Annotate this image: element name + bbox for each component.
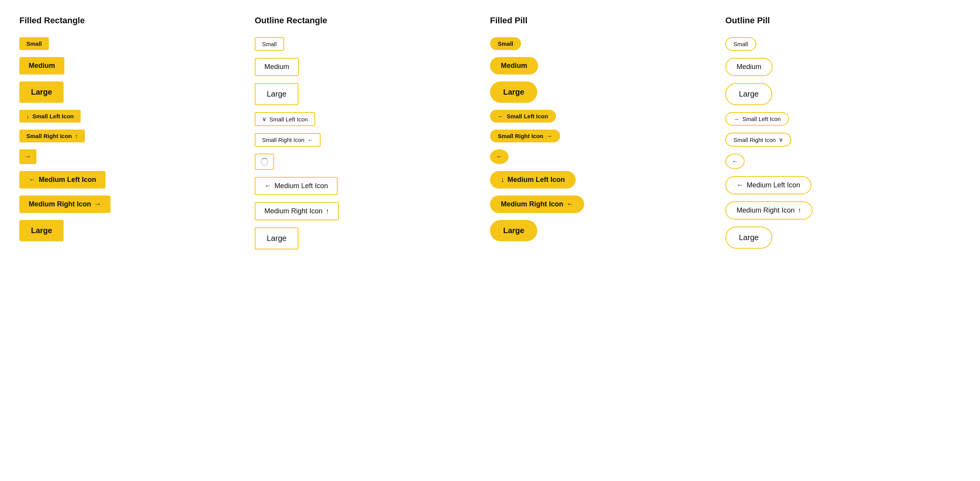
outline-pill-small-right-icon-button[interactable]: Small Right Icon ∨ xyxy=(725,133,791,147)
outline-pill-small-button[interactable]: Small xyxy=(725,37,756,51)
filled-rect-medium-left-icon-label: Medium Left Icon xyxy=(39,176,96,184)
outline-rect-medium-button[interactable]: Medium xyxy=(255,58,299,76)
filled-pill-large-bottom-row: Large xyxy=(490,220,718,241)
outline-rect-small-left-icon-label: Small Left Icon xyxy=(269,116,308,123)
outline-rect-small-right-icon-button[interactable]: Small Right Icon ← xyxy=(255,133,321,147)
filled-rect-small-right-icon-row: Small Right Icon ↑ xyxy=(19,130,247,142)
filled-pill-large-button[interactable]: Large xyxy=(490,81,537,103)
left-arrow-icon-outline-pill: ← xyxy=(732,158,738,165)
filled-rect-small-right-icon-button[interactable]: Small Right Icon ↑ xyxy=(19,130,85,142)
outline-pill-large-bottom-row: Large xyxy=(725,227,953,249)
outline-rect-small-button[interactable]: Small xyxy=(255,37,284,51)
outline-rect-small-row: Small xyxy=(255,37,482,51)
filled-rect-large-label: Large xyxy=(31,88,52,97)
filled-pill-small-right-icon-row: Small Right Icon → xyxy=(490,130,718,142)
filled-pill-small-left-icon-row: ← Small Left Icon xyxy=(490,110,718,123)
outline-pill-icon-only-row: ← xyxy=(725,154,953,169)
outline-rect-large-button[interactable]: Large xyxy=(255,83,298,105)
filled-rect-small-label: Small xyxy=(26,40,42,47)
filled-pill-small-label: Small xyxy=(498,40,513,47)
outline-rectangle-column: Outline Rectangle Small Medium Large ∨ S… xyxy=(255,16,490,256)
filled-rectangle-column: Filled Rectangle Small Medium Large ↓ Sm… xyxy=(19,16,255,256)
left-arrow-icon-outline: ← xyxy=(307,137,313,143)
filled-rectangle-title: Filled Rectangle xyxy=(19,16,247,26)
left-arrow-icon: ← xyxy=(29,176,36,184)
filled-pill-large-bottom-button[interactable]: Large xyxy=(490,220,537,241)
filled-rect-icon-only-button[interactable]: → xyxy=(19,149,36,164)
outline-pill-icon-only-button[interactable]: ← xyxy=(725,154,745,169)
filled-rect-small-left-icon-row: ↓ Small Left Icon xyxy=(19,110,247,123)
outline-rect-large-bottom-label: Large xyxy=(267,234,286,243)
filled-pill-medium-button[interactable]: Medium xyxy=(490,57,538,74)
outline-pill-small-left-icon-button[interactable]: → Small Left Icon xyxy=(725,112,789,126)
left-arrow-icon-outline-2: ← xyxy=(264,182,271,190)
outline-rect-small-left-icon-row: ∨ Small Left Icon xyxy=(255,112,482,126)
filled-pill-large-row: Large xyxy=(490,81,718,103)
outline-rect-large-row: Large xyxy=(255,83,482,105)
filled-rect-large-bottom-button[interactable]: Large xyxy=(19,220,64,241)
outline-pill-small-right-icon-row: Small Right Icon ∨ xyxy=(725,133,953,147)
outline-pill-small-right-icon-label: Small Right Icon xyxy=(733,137,776,143)
filled-pill-title: Filled Pill xyxy=(490,16,718,26)
up-arrow-icon-outline: ↑ xyxy=(326,207,329,215)
outline-pill-column: Outline Pill Small Medium Large → Small … xyxy=(725,16,961,256)
filled-rect-medium-right-icon-label: Medium Right Icon xyxy=(29,200,91,208)
filled-rect-small-left-icon-label: Small Left Icon xyxy=(33,113,74,119)
outline-pill-large-button[interactable]: Large xyxy=(725,83,772,105)
filled-rect-medium-right-icon-button[interactable]: Medium Right Icon → xyxy=(19,196,110,213)
outline-pill-medium-right-icon-button[interactable]: Medium Right Icon ↑ xyxy=(725,201,813,220)
outline-pill-medium-right-icon-row: Medium Right Icon ↑ xyxy=(725,201,953,220)
outline-rect-small-right-icon-row: Small Right Icon ← xyxy=(255,133,482,147)
filled-rect-small-button[interactable]: Small xyxy=(19,37,49,50)
filled-pill-small-right-icon-button[interactable]: Small Right Icon → xyxy=(490,130,560,142)
filled-rect-medium-button[interactable]: Medium xyxy=(19,57,64,74)
outline-rect-medium-right-icon-label: Medium Right Icon xyxy=(264,207,323,215)
filled-pill-small-left-icon-button[interactable]: ← Small Left Icon xyxy=(490,110,556,123)
filled-pill-small-button[interactable]: Small xyxy=(490,37,521,50)
filled-rect-large-button[interactable]: Large xyxy=(19,81,64,103)
filled-pill-column: Filled Pill Small Medium Large ← Small L… xyxy=(490,16,725,256)
button-showcase: Filled Rectangle Small Medium Large ↓ Sm… xyxy=(19,16,961,256)
outline-rect-medium-right-icon-row: Medium Right Icon ↑ xyxy=(255,202,482,220)
filled-pill-small-left-icon-label: Small Left Icon xyxy=(507,113,548,119)
outline-pill-medium-row: Medium xyxy=(725,58,953,76)
left-arrow-icon-pill: ← xyxy=(498,113,504,119)
outline-pill-large-bottom-button[interactable]: Large xyxy=(725,227,772,249)
outline-rectangle-title: Outline Rectangle xyxy=(255,16,482,26)
outline-rect-icon-only-row xyxy=(255,154,482,170)
outline-pill-small-left-icon-row: → Small Left Icon xyxy=(725,112,953,126)
filled-rect-small-left-icon-button[interactable]: ↓ Small Left Icon xyxy=(19,110,81,123)
filled-pill-medium-label: Medium xyxy=(501,62,527,70)
filled-pill-small-right-icon-label: Small Right Icon xyxy=(498,133,543,139)
outline-rect-medium-right-icon-button[interactable]: Medium Right Icon ↑ xyxy=(255,202,339,220)
filled-pill-large-bottom-label: Large xyxy=(503,226,524,235)
left-arrow-icon-outline-pill-2: ← xyxy=(737,181,744,189)
outline-pill-medium-button[interactable]: Medium xyxy=(725,58,773,76)
outline-pill-title: Outline Pill xyxy=(725,16,953,26)
filled-rect-large-row: Large xyxy=(19,81,247,103)
outline-pill-medium-right-icon-label: Medium Right Icon xyxy=(737,206,795,215)
filled-rect-small-row: Small xyxy=(19,37,247,50)
outline-pill-medium-left-icon-button[interactable]: ← Medium Left Icon xyxy=(725,176,811,194)
outline-rect-large-bottom-button[interactable]: Large xyxy=(255,227,298,249)
left-arrow-icon-pill-only: ← xyxy=(496,153,502,160)
filled-rect-icon-only-row: → xyxy=(19,149,247,164)
filled-rect-small-right-icon-label: Small Right Icon xyxy=(26,133,72,139)
right-arrow-icon-pill: → xyxy=(547,133,552,139)
up-arrow-icon-outline-pill: ↑ xyxy=(798,206,801,215)
outline-pill-medium-label: Medium xyxy=(737,63,761,71)
outline-rect-small-left-icon-button[interactable]: ∨ Small Left Icon xyxy=(255,112,315,126)
filled-rect-medium-left-icon-button[interactable]: ← Medium Left Icon xyxy=(19,171,105,189)
outline-rect-medium-left-icon-button[interactable]: ← Medium Left Icon xyxy=(255,177,338,195)
outline-pill-large-label: Large xyxy=(739,90,759,99)
outline-rect-medium-label: Medium xyxy=(264,63,289,71)
filled-pill-medium-right-icon-label: Medium Right Icon xyxy=(501,200,563,208)
filled-pill-medium-left-icon-button[interactable]: ↓ Medium Left Icon xyxy=(490,171,576,189)
filled-pill-medium-right-icon-button[interactable]: Medium Right Icon ← xyxy=(490,196,584,213)
down-arrow-icon-pill: ↓ xyxy=(501,176,504,184)
filled-pill-icon-only-button[interactable]: ← xyxy=(490,149,509,164)
right-arrow-icon: → xyxy=(25,153,31,160)
chevron-down-icon: ∨ xyxy=(262,116,266,123)
outline-rect-icon-only-button[interactable] xyxy=(255,154,274,170)
filled-rect-medium-right-icon-row: Medium Right Icon → xyxy=(19,196,247,213)
